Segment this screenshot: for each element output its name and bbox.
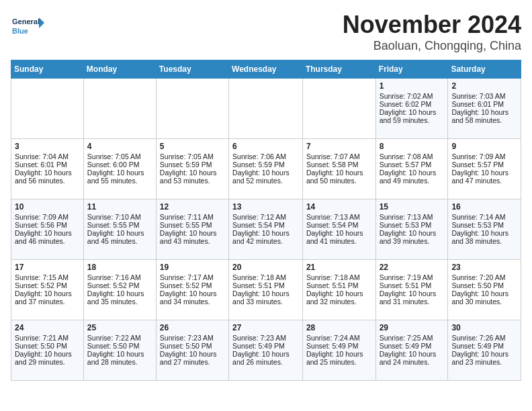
- day-info: Sunset: 5:51 PM: [306, 281, 372, 289]
- day-info: Sunset: 5:55 PM: [87, 221, 152, 229]
- day-info: Sunset: 5:49 PM: [232, 342, 299, 350]
- day-number: 28: [306, 323, 372, 332]
- day-info: Daylight: 10 hours and 59 minutes.: [380, 108, 445, 124]
- day-number: 19: [160, 263, 225, 272]
- day-number: 9: [451, 142, 517, 151]
- day-number: 16: [451, 202, 517, 212]
- day-info: Sunrise: 7:18 AM: [306, 273, 372, 281]
- day-info: Sunset: 5:50 PM: [160, 342, 225, 350]
- day-info: Sunset: 5:51 PM: [232, 281, 299, 289]
- header-day-friday: Friday: [375, 60, 448, 79]
- day-number: 24: [15, 323, 80, 332]
- day-info: Sunrise: 7:24 AM: [306, 334, 372, 342]
- day-info: Sunrise: 7:07 AM: [306, 152, 372, 161]
- day-info: Sunset: 5:53 PM: [380, 221, 445, 229]
- day-number: 4: [87, 142, 152, 151]
- day-info: Sunset: 5:55 PM: [160, 221, 225, 229]
- day-number: 7: [306, 142, 372, 151]
- day-info: Daylight: 10 hours and 56 minutes.: [15, 169, 80, 185]
- calendar-cell: 3Sunrise: 7:04 AMSunset: 6:01 PMDaylight…: [11, 139, 84, 199]
- day-info: Sunrise: 7:12 AM: [232, 213, 299, 221]
- day-info: Sunset: 5:57 PM: [451, 161, 517, 169]
- calendar-cell: 9Sunrise: 7:09 AMSunset: 5:57 PMDaylight…: [448, 139, 521, 199]
- day-info: Sunrise: 7:13 AM: [380, 213, 445, 221]
- calendar-cell: 26Sunrise: 7:23 AMSunset: 5:50 PMDayligh…: [156, 320, 228, 381]
- logo-svg: General Blue: [11, 11, 44, 44]
- calendar-cell: 17Sunrise: 7:15 AMSunset: 5:52 PMDayligh…: [11, 260, 84, 320]
- day-info: Sunrise: 7:09 AM: [451, 152, 517, 161]
- svg-text:Blue: Blue: [12, 27, 28, 35]
- day-info: Sunrise: 7:06 AM: [232, 152, 299, 161]
- calendar-cell: 8Sunrise: 7:08 AMSunset: 5:57 PMDaylight…: [375, 139, 448, 199]
- day-number: 6: [232, 142, 299, 151]
- day-info: Sunset: 5:54 PM: [232, 221, 299, 229]
- day-info: Daylight: 10 hours and 39 minutes.: [380, 229, 445, 245]
- calendar-cell: 10Sunrise: 7:09 AMSunset: 5:56 PMDayligh…: [11, 199, 84, 260]
- calendar-cell: 24Sunrise: 7:21 AMSunset: 5:50 PMDayligh…: [11, 320, 84, 381]
- day-number: 30: [451, 323, 517, 332]
- day-info: Sunrise: 7:25 AM: [380, 334, 445, 342]
- day-info: Sunrise: 7:02 AM: [380, 92, 445, 100]
- day-info: Daylight: 10 hours and 55 minutes.: [87, 169, 152, 185]
- day-info: Sunrise: 7:14 AM: [451, 213, 517, 221]
- day-info: Sunset: 5:52 PM: [87, 281, 152, 289]
- day-number: 13: [232, 202, 299, 212]
- calendar-cell: 28Sunrise: 7:24 AMSunset: 5:49 PMDayligh…: [302, 320, 375, 381]
- day-info: Sunset: 6:00 PM: [87, 161, 152, 169]
- day-info: Sunset: 5:49 PM: [380, 342, 445, 350]
- day-info: Sunrise: 7:03 AM: [451, 92, 517, 100]
- month-title: November 2024: [343, 11, 521, 39]
- day-info: Daylight: 10 hours and 38 minutes.: [451, 229, 517, 245]
- calendar-cell: 16Sunrise: 7:14 AMSunset: 5:53 PMDayligh…: [448, 199, 521, 260]
- day-info: Daylight: 10 hours and 26 minutes.: [232, 350, 299, 366]
- day-info: Daylight: 10 hours and 25 minutes.: [306, 350, 372, 366]
- day-info: Sunrise: 7:05 AM: [87, 152, 152, 161]
- day-number: 22: [380, 263, 445, 272]
- day-number: 14: [306, 202, 372, 212]
- day-info: Sunrise: 7:04 AM: [15, 152, 80, 161]
- day-number: 8: [380, 142, 445, 151]
- day-info: Sunrise: 7:26 AM: [451, 334, 517, 342]
- calendar-cell: [83, 79, 156, 139]
- calendar-week-4: 17Sunrise: 7:15 AMSunset: 5:52 PMDayligh…: [11, 260, 521, 320]
- day-info: Daylight: 10 hours and 34 minutes.: [160, 289, 225, 306]
- day-info: Daylight: 10 hours and 41 minutes.: [306, 229, 372, 245]
- day-info: Daylight: 10 hours and 27 minutes.: [160, 350, 225, 366]
- header-day-sunday: Sunday: [11, 60, 84, 79]
- day-info: Sunrise: 7:05 AM: [160, 152, 225, 161]
- calendar-cell: 21Sunrise: 7:18 AMSunset: 5:51 PMDayligh…: [302, 260, 375, 320]
- location-title: Baoluan, Chongqing, China: [343, 39, 521, 53]
- day-info: Sunset: 5:52 PM: [160, 281, 225, 289]
- calendar-cell: 27Sunrise: 7:23 AMSunset: 5:49 PMDayligh…: [229, 320, 303, 381]
- calendar-cell: 29Sunrise: 7:25 AMSunset: 5:49 PMDayligh…: [375, 320, 448, 381]
- day-info: Daylight: 10 hours and 29 minutes.: [15, 350, 80, 366]
- calendar-cell: 19Sunrise: 7:17 AMSunset: 5:52 PMDayligh…: [156, 260, 228, 320]
- day-info: Daylight: 10 hours and 46 minutes.: [15, 229, 80, 245]
- day-number: 18: [87, 263, 152, 272]
- day-info: Daylight: 10 hours and 58 minutes.: [451, 108, 517, 124]
- day-info: Sunset: 5:59 PM: [160, 161, 225, 169]
- day-info: Sunset: 5:49 PM: [306, 342, 372, 350]
- day-number: 2: [451, 81, 517, 91]
- calendar-cell: 23Sunrise: 7:20 AMSunset: 5:50 PMDayligh…: [448, 260, 521, 320]
- header-day-wednesday: Wednesday: [229, 60, 303, 79]
- day-info: Sunrise: 7:16 AM: [87, 273, 152, 281]
- calendar-cell: 12Sunrise: 7:11 AMSunset: 5:55 PMDayligh…: [156, 199, 228, 260]
- day-info: Daylight: 10 hours and 32 minutes.: [306, 289, 372, 306]
- day-number: 21: [306, 263, 372, 272]
- day-info: Daylight: 10 hours and 24 minutes.: [380, 350, 445, 366]
- day-info: Sunset: 5:49 PM: [451, 342, 517, 350]
- day-number: 3: [15, 142, 80, 151]
- calendar-week-5: 24Sunrise: 7:21 AMSunset: 5:50 PMDayligh…: [11, 320, 521, 381]
- calendar-cell: 11Sunrise: 7:10 AMSunset: 5:55 PMDayligh…: [83, 199, 156, 260]
- day-info: Sunrise: 7:23 AM: [160, 334, 225, 342]
- day-info: Sunset: 5:59 PM: [232, 161, 299, 169]
- day-info: Daylight: 10 hours and 43 minutes.: [160, 229, 225, 245]
- header-day-thursday: Thursday: [302, 60, 375, 79]
- day-number: 26: [160, 323, 225, 332]
- day-info: Daylight: 10 hours and 50 minutes.: [306, 169, 372, 185]
- day-info: Sunset: 5:50 PM: [87, 342, 152, 350]
- day-info: Sunset: 6:02 PM: [380, 100, 445, 108]
- day-number: 12: [160, 202, 225, 212]
- calendar-week-2: 3Sunrise: 7:04 AMSunset: 6:01 PMDaylight…: [11, 139, 521, 199]
